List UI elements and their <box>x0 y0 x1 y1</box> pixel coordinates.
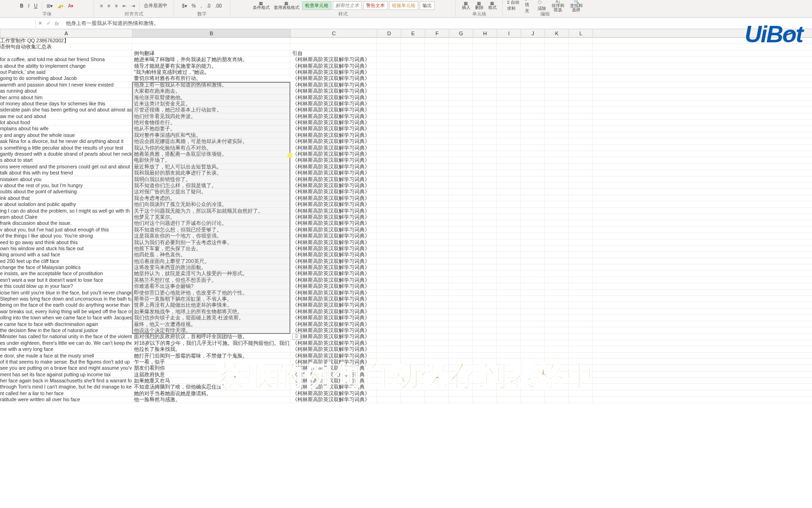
cell-empty[interactable] <box>449 44 473 49</box>
cell-empty[interactable] <box>569 132 593 138</box>
cell-b[interactable]: 最终，他又一次遭遇歧视。 <box>132 321 290 327</box>
cell-empty[interactable] <box>449 56 473 62</box>
cell-empty[interactable] <box>569 296 593 302</box>
cell-empty[interactable] <box>497 270 521 276</box>
cell-empty[interactable] <box>521 63 545 69</box>
cell-empty[interactable] <box>425 38 449 43</box>
cell-empty[interactable] <box>401 233 425 238</box>
cell-empty[interactable] <box>377 113 401 119</box>
cell-empty[interactable] <box>521 227 545 232</box>
cell-b[interactable]: 斯蒂芬一直脸朝下躺在浴缸里，不省人事。 <box>132 296 290 302</box>
cell-empty[interactable] <box>545 189 569 194</box>
cell-empty[interactable] <box>569 82 593 87</box>
cell-empty[interactable] <box>521 95 545 100</box>
cell-a[interactable] <box>0 50 132 56</box>
cell-b[interactable]: 电影快开场了。 <box>132 157 290 163</box>
cell-empty[interactable] <box>401 315 425 320</box>
cell-empty[interactable] <box>545 346 569 352</box>
cell-empty[interactable] <box>401 239 425 245</box>
cell-empty[interactable] <box>497 309 521 314</box>
cell-empty[interactable] <box>425 270 449 276</box>
cell-empty[interactable] <box>521 88 545 94</box>
cell-empty[interactable] <box>569 309 593 314</box>
cell-b[interactable]: 我认为你的化验结果有点不对劲。 <box>132 145 290 151</box>
cell-empty[interactable] <box>521 38 545 43</box>
cell-b[interactable]: 他们对这个问题进行了开诚布公的讨论。 <box>132 220 290 226</box>
cell-a[interactable]: gantly dressed with a double strand of p… <box>0 151 132 157</box>
cell-empty[interactable] <box>473 290 497 295</box>
cell-a[interactable]: her face again back in Massachusetts she… <box>0 378 132 383</box>
cell-empty[interactable] <box>497 397 521 402</box>
cell-empty[interactable] <box>521 75 545 81</box>
cell-empty[interactable] <box>449 101 473 106</box>
cell-empty[interactable] <box>449 69 473 75</box>
cell-a[interactable]: going to do something about Jacob <box>0 75 132 81</box>
cell-empty[interactable] <box>569 283 593 289</box>
cell-c[interactable]: 《柯林斯高阶英汉双解学习词典》 <box>290 246 377 251</box>
cell-c[interactable]: 《柯林斯高阶英汉双解学习词典》 <box>290 283 377 289</box>
cell-empty[interactable] <box>473 56 497 62</box>
cell-empty[interactable] <box>425 151 449 157</box>
cell-empty[interactable] <box>545 252 569 257</box>
cell-empty[interactable] <box>425 88 449 94</box>
cell-empty[interactable] <box>521 82 545 87</box>
cell-empty[interactable] <box>497 315 521 320</box>
cell-empty[interactable] <box>521 315 545 320</box>
cell-a[interactable]: lot about food <box>0 119 132 125</box>
cell-empty[interactable] <box>521 327 545 333</box>
cell-c[interactable]: 《柯林斯高阶英汉双解学习词典》 <box>290 296 377 302</box>
cell-empty[interactable] <box>377 321 401 327</box>
cell-empty[interactable] <box>521 270 545 276</box>
cell-c[interactable]: 《柯林斯高阶英汉双解学习词典》 <box>290 277 377 283</box>
cell-empty[interactable] <box>449 258 473 264</box>
cell-empty[interactable] <box>449 170 473 175</box>
cell-empty[interactable] <box>401 176 425 182</box>
cell-b[interactable]: 我对整件事深感内疚和气恼。 <box>132 132 290 138</box>
cell-empty[interactable] <box>449 252 473 257</box>
cell-empty[interactable] <box>545 101 569 106</box>
cell-b[interactable]: 我不知道你怎么想，但我已经受够了。 <box>132 227 290 232</box>
cell-c[interactable]: 《柯林斯高阶英汉双解学习词典》 <box>290 164 377 169</box>
cell-empty[interactable] <box>425 132 449 138</box>
cell-empty[interactable] <box>377 270 401 276</box>
cell-empty[interactable] <box>569 340 593 346</box>
cell-b[interactable]: 英格兰不想打仗，但也不想丢面子。 <box>132 277 290 283</box>
cell-empty[interactable] <box>497 302 521 308</box>
cell-a[interactable]: the decision flew in the face of natural… <box>0 327 132 333</box>
cell-empty[interactable] <box>449 151 473 157</box>
cell-c[interactable]: 《柯林斯高阶英汉双解学习词典》 <box>290 176 377 182</box>
cell-empty[interactable] <box>401 44 425 49</box>
cell-empty[interactable] <box>521 290 545 295</box>
cell-empty[interactable] <box>497 170 521 175</box>
col-header-I[interactable]: I <box>497 29 521 37</box>
cell-c[interactable]: 《柯林斯高阶英汉双解学习词典》 <box>290 201 377 207</box>
cell-a[interactable]: oubts about the point of advertising <box>0 189 132 194</box>
fontcolor-btn[interactable]: A▾ <box>67 3 75 9</box>
cell-empty[interactable] <box>473 132 497 138</box>
percent-btn[interactable]: % <box>190 3 197 9</box>
cell-empty[interactable] <box>377 44 401 49</box>
cell-empty[interactable] <box>401 283 425 289</box>
cell-empty[interactable] <box>425 239 449 245</box>
cell-empty[interactable] <box>497 126 521 131</box>
cell-empty[interactable] <box>497 183 521 188</box>
findselect-btn[interactable]: 🔍查找和选择 <box>568 0 585 13</box>
cell-empty[interactable] <box>425 208 449 214</box>
cell-empty[interactable] <box>497 189 521 194</box>
cell-empty[interactable] <box>401 95 425 100</box>
cell-empty[interactable] <box>497 88 521 94</box>
cell-empty[interactable] <box>497 220 521 226</box>
cell-a[interactable]: ons were relaxed and the prisoners could… <box>0 164 132 169</box>
cell-empty[interactable] <box>401 132 425 138</box>
cell-empty[interactable] <box>545 214 569 220</box>
cell-c[interactable]: 引自 <box>290 50 377 56</box>
cell-empty[interactable] <box>473 327 497 333</box>
cell-empty[interactable] <box>449 340 473 346</box>
cell-empty[interactable] <box>569 290 593 295</box>
cell-empty[interactable] <box>497 75 521 81</box>
cell-empty[interactable] <box>425 50 449 56</box>
fb-confirm[interactable]: ✓ <box>44 20 53 26</box>
cell-a[interactable]: e door, she made a face at the musty sme… <box>0 353 132 358</box>
cell-empty[interactable] <box>449 333 473 339</box>
style-explanatory[interactable]: 解释性文本 <box>333 1 362 10</box>
